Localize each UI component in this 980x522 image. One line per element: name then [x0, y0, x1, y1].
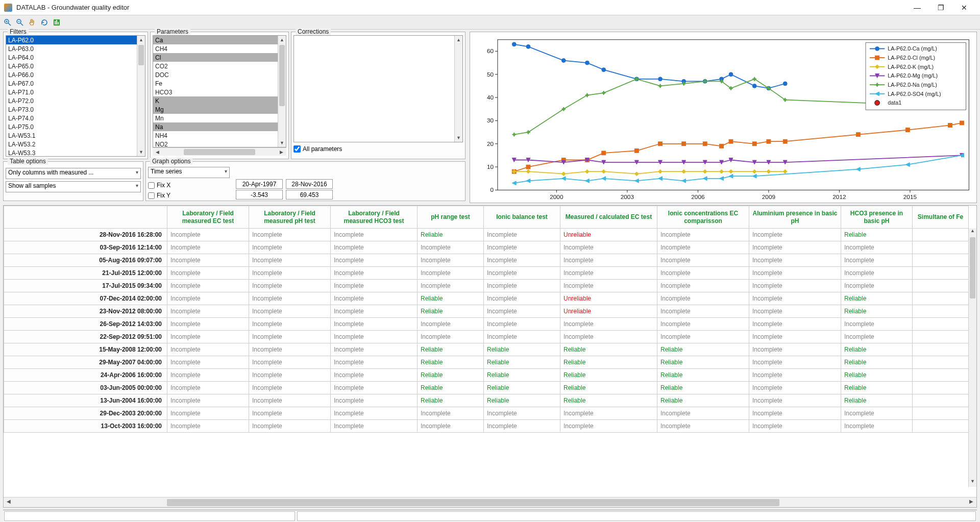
- parameter-item[interactable]: K: [153, 96, 278, 105]
- zoom-out-icon[interactable]: [15, 18, 24, 27]
- parameter-item[interactable]: CO2: [153, 62, 278, 70]
- scroll-up-icon[interactable]: ▲: [278, 36, 286, 44]
- filter-item[interactable]: LA-P75.0: [6, 122, 137, 131]
- filter-item[interactable]: LA-W53.3: [6, 148, 137, 156]
- filter-item[interactable]: LA-P62.0: [6, 36, 137, 44]
- y-min-input[interactable]: [236, 190, 283, 200]
- y-max-input[interactable]: [286, 190, 333, 200]
- parameters-scrollbar[interactable]: ▲ ▼: [278, 36, 286, 147]
- scrollbar-thumb[interactable]: [279, 45, 285, 106]
- scrollbar-thumb[interactable]: [970, 237, 975, 299]
- table-hscrollbar[interactable]: ◀ ▶: [4, 497, 976, 507]
- scroll-down-icon[interactable]: ▼: [278, 139, 286, 147]
- table-row[interactable]: 17-Jul-2015 09:34:00IncompleteIncomplete…: [4, 280, 969, 292]
- results-table[interactable]: Laboratory / Field measured EC testLabor…: [4, 206, 976, 497]
- parameter-item[interactable]: Mg: [153, 105, 278, 114]
- filter-item[interactable]: LA-P72.0: [6, 96, 137, 105]
- table-row[interactable]: 29-Dec-2003 20:00:00IncompleteIncomplete…: [4, 407, 969, 420]
- scrollbar-thumb[interactable]: [138, 45, 144, 65]
- filter-item[interactable]: LA-P65.0: [6, 62, 137, 70]
- table-row[interactable]: 03-Jun-2005 00:00:00IncompleteIncomplete…: [4, 382, 969, 394]
- filter-item[interactable]: LA-P64.0: [6, 53, 137, 62]
- parameter-item[interactable]: DOC: [153, 70, 278, 79]
- columns-dropdown[interactable]: Only columns with measured ...: [6, 168, 141, 179]
- fix-y-checkbox[interactable]: [148, 192, 155, 199]
- column-header[interactable]: HCO3 presence in basic pH: [841, 206, 913, 229]
- scroll-down-icon[interactable]: ▼: [455, 134, 462, 142]
- parameters-hscrollbar[interactable]: ◀ ▶: [153, 147, 286, 156]
- table-row[interactable]: 24-Apr-2006 16:00:00IncompleteIncomplete…: [4, 369, 969, 382]
- parameter-item[interactable]: NO2: [153, 140, 278, 147]
- filter-item[interactable]: LA-P63.0: [6, 44, 137, 53]
- pan-icon[interactable]: [28, 18, 37, 27]
- table-row[interactable]: 13-Oct-2003 16:00:00IncompleteIncomplete…: [4, 420, 969, 433]
- filter-item[interactable]: LA-W53.2: [6, 140, 137, 148]
- table-row[interactable]: 13-Jun-2004 16:00:00IncompleteIncomplete…: [4, 394, 969, 407]
- parameter-item[interactable]: HCO3: [153, 88, 278, 96]
- corrections-listbox[interactable]: ▲ ▼: [293, 35, 463, 142]
- x-min-input[interactable]: [236, 179, 283, 189]
- samples-dropdown[interactable]: Show all samples: [6, 181, 141, 192]
- zoom-in-icon[interactable]: [3, 18, 12, 27]
- column-header[interactable]: Laboratory / Field measured pH test: [249, 206, 331, 229]
- scrollbar-thumb[interactable]: [167, 499, 779, 506]
- scroll-right-icon[interactable]: ▶: [967, 499, 975, 504]
- table-row[interactable]: 28-Nov-2016 16:28:00IncompleteIncomplete…: [4, 229, 969, 241]
- data-cursor-icon[interactable]: [52, 18, 61, 27]
- table-row[interactable]: 26-Sep-2012 14:03:00IncompleteIncomplete…: [4, 318, 969, 331]
- parameters-listbox[interactable]: CaCH4ClCO2DOCFeHCO3KMgMnNaNH4NO2NO3 ▲ ▼: [153, 35, 286, 147]
- column-header[interactable]: Ionic concentrations EC comparisson: [657, 206, 749, 229]
- table-row[interactable]: 22-Sep-2012 09:51:00IncompleteIncomplete…: [4, 331, 969, 343]
- parameter-item[interactable]: NH4: [153, 131, 278, 140]
- parameter-item[interactable]: Fe: [153, 79, 278, 88]
- rotate-icon[interactable]: [40, 18, 49, 27]
- filter-item[interactable]: LA-P66.0: [6, 70, 137, 79]
- chart-area[interactable]: 0102030405060200020032006200920122015LA-…: [470, 32, 977, 203]
- scroll-left-icon[interactable]: ◀: [154, 150, 161, 155]
- maximize-button[interactable]: ❐: [929, 0, 952, 15]
- x-max-input[interactable]: [286, 179, 333, 189]
- corrections-scrollbar[interactable]: ▲ ▼: [454, 36, 462, 142]
- table-row[interactable]: 21-Jul-2015 12:00:00IncompleteIncomplete…: [4, 267, 969, 280]
- minimize-button[interactable]: —: [905, 0, 929, 15]
- scroll-down-icon[interactable]: ▼: [969, 479, 976, 487]
- column-header[interactable]: pH range test: [418, 206, 484, 229]
- column-header[interactable]: Simultane of Fe: [913, 206, 969, 229]
- filter-item[interactable]: LA-P67.0: [6, 79, 137, 88]
- table-row[interactable]: 05-Aug-2016 09:07:00IncompleteIncomplete…: [4, 254, 969, 267]
- parameter-item[interactable]: Mn: [153, 114, 278, 122]
- column-header[interactable]: Measured / calculated EC test: [560, 206, 657, 229]
- graph-type-dropdown[interactable]: Time series: [148, 167, 230, 178]
- scroll-left-icon[interactable]: ◀: [5, 499, 13, 504]
- scroll-up-icon[interactable]: ▲: [455, 36, 462, 44]
- scroll-down-icon[interactable]: ▼: [137, 148, 145, 156]
- table-vscrollbar[interactable]: ▲ ▼: [968, 228, 976, 487]
- table-row[interactable]: 07-Dec-2014 02:00:00IncompleteIncomplete…: [4, 292, 969, 305]
- all-parameters-checkbox[interactable]: [293, 145, 301, 153]
- filters-scrollbar[interactable]: ▲ ▼: [137, 36, 145, 156]
- scrollbar-thumb[interactable]: [184, 149, 255, 155]
- parameter-item[interactable]: Na: [153, 122, 278, 131]
- filter-item[interactable]: LA-W53.1: [6, 131, 137, 140]
- table-row[interactable]: 03-Sep-2016 12:14:00IncompleteIncomplete…: [4, 241, 969, 254]
- table-row[interactable]: 15-May-2008 12:00:00IncompleteIncomplete…: [4, 343, 969, 356]
- parameter-item[interactable]: Ca: [153, 36, 278, 44]
- parameter-item[interactable]: CH4: [153, 44, 278, 53]
- fix-x-checkbox[interactable]: [148, 182, 155, 189]
- close-button[interactable]: ✕: [952, 0, 976, 15]
- filter-item[interactable]: LA-P71.0: [6, 88, 137, 96]
- column-header[interactable]: [4, 206, 167, 229]
- column-header[interactable]: Laboratory / Field measured EC test: [167, 206, 249, 229]
- column-header[interactable]: Ionic balance test: [484, 206, 560, 229]
- filter-item[interactable]: LA-P73.0: [6, 105, 137, 114]
- parameter-item[interactable]: Cl: [153, 53, 278, 62]
- filters-listbox[interactable]: LA-P62.0LA-P63.0LA-P64.0LA-P65.0LA-P66.0…: [6, 35, 145, 157]
- table-row[interactable]: 23-Nov-2012 08:00:00IncompleteIncomplete…: [4, 305, 969, 318]
- table-row[interactable]: 29-May-2007 04:00:00IncompleteIncomplete…: [4, 356, 969, 369]
- filter-item[interactable]: LA-P74.0: [6, 114, 137, 122]
- scroll-up-icon[interactable]: ▲: [137, 36, 145, 44]
- column-header[interactable]: Laboratory / Field measured HCO3 test: [331, 206, 418, 229]
- scroll-up-icon[interactable]: ▲: [969, 228, 976, 236]
- scroll-right-icon[interactable]: ▶: [278, 150, 285, 155]
- column-header[interactable]: Aluminium presence in basic pH: [749, 206, 841, 229]
